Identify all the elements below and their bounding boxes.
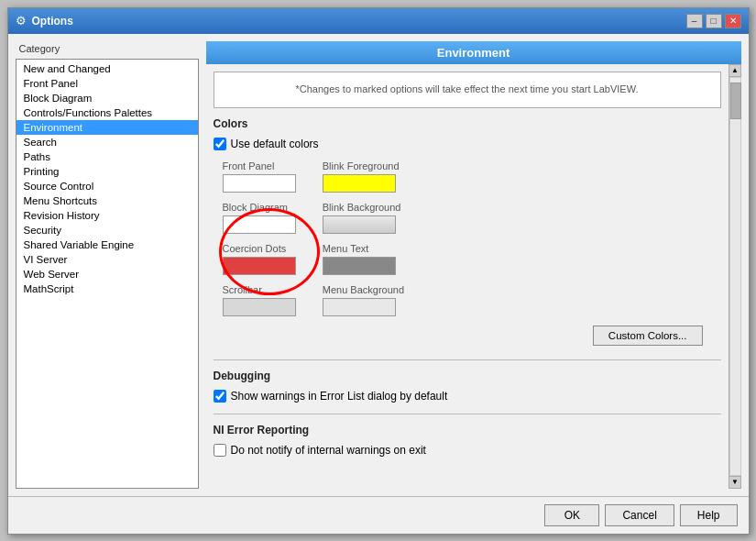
tree-item-search[interactable]: Search: [16, 135, 198, 149]
tree-item-paths[interactable]: Paths: [16, 149, 198, 164]
use-default-colors-row: Use default colors: [214, 138, 721, 150]
front-panel-color-label: Front Panel: [223, 160, 304, 171]
tree-item-controls-palettes[interactable]: Controls/Functions Palettes: [16, 105, 198, 120]
show-warnings-row: Show warnings in Error List dialog by de…: [214, 390, 721, 403]
scrollbar-swatch[interactable]: [223, 298, 296, 316]
right-panel-inner: *Changes to marked options will take eff…: [206, 64, 741, 489]
title-controls: – □ ✕: [686, 14, 741, 28]
colors-divider: [214, 359, 721, 360]
color-blink-foreground: Blink Foreground: [323, 160, 404, 193]
tree-item-vi-server[interactable]: VI Server: [16, 252, 198, 267]
tree-item-revision-history[interactable]: Revision History: [16, 208, 198, 223]
color-menu-text: Menu Text: [323, 243, 404, 275]
scrollbar-thumb[interactable]: [730, 83, 741, 119]
no-notify-label: Do not notify of internal warnings on ex…: [231, 444, 426, 457]
blink-bg-label: Blink Background: [323, 202, 404, 213]
tree-item-printing[interactable]: Printing: [16, 164, 198, 179]
colors-section-title: Colors: [214, 117, 721, 130]
category-tree[interactable]: New and Changed Front Panel Block Diagra…: [16, 59, 199, 489]
color-grid: Front Panel Blink Foreground Block Diagr…: [214, 160, 414, 316]
tree-item-source-control[interactable]: Source Control: [16, 179, 198, 193]
show-warnings-label: Show warnings in Error List dialog by de…: [231, 390, 448, 403]
coercion-dots-swatch[interactable]: [223, 257, 296, 275]
scrollbar-down-button[interactable]: ▼: [729, 476, 741, 489]
front-panel-color-swatch[interactable]: [223, 174, 296, 193]
title-bar-left: ⚙ Options: [16, 14, 73, 28]
error-reporting-title: NI Error Reporting: [214, 424, 721, 436]
window-icon: ⚙: [16, 14, 27, 28]
category-label: Category: [16, 41, 199, 56]
maximize-button[interactable]: □: [706, 14, 722, 28]
scrollbar-track[interactable]: [729, 77, 741, 476]
tree-item-web-server[interactable]: Web Server: [16, 267, 198, 282]
tree-item-menu-shortcuts[interactable]: Menu Shortcuts: [16, 193, 198, 208]
block-diagram-label: Block Diagram: [223, 202, 304, 213]
tree-item-front-panel[interactable]: Front Panel: [16, 76, 198, 91]
debugging-divider: [214, 414, 721, 414]
menu-bg-label: Menu Background: [323, 284, 404, 295]
section-header: Environment: [206, 41, 741, 64]
color-menu-background: Menu Background: [323, 284, 404, 316]
tree-item-mathscript[interactable]: MathScript: [16, 282, 198, 296]
color-blink-background: Blink Background: [323, 202, 404, 234]
use-default-colors-checkbox[interactable]: [214, 138, 226, 150]
block-diagram-swatch[interactable]: [223, 215, 296, 234]
error-reporting-section: NI Error Reporting Do not notify of inte…: [214, 424, 721, 457]
notice-box: *Changes to marked options will take eff…: [214, 72, 721, 108]
blink-bg-swatch[interactable]: [323, 215, 396, 234]
menu-text-swatch[interactable]: [323, 257, 396, 275]
main-content: Category New and Changed Front Panel Blo…: [8, 34, 749, 496]
content-area: *Changes to marked options will take eff…: [206, 64, 729, 489]
custom-colors-button[interactable]: Custom Colors...: [593, 326, 703, 346]
tree-item-new-and-changed[interactable]: New and Changed: [16, 61, 198, 76]
scrollbar-up-button[interactable]: ▲: [729, 64, 741, 77]
close-button[interactable]: ✕: [725, 14, 741, 28]
debugging-section: Debugging Show warnings in Error List di…: [214, 370, 721, 403]
color-scrollbar: Scrollbar: [223, 284, 304, 316]
tree-item-security[interactable]: Security: [16, 223, 198, 237]
tree-item-environment[interactable]: Environment: [16, 120, 198, 135]
blink-fg-label: Blink Foreground: [323, 160, 404, 171]
color-front-panel: Front Panel: [223, 160, 304, 193]
help-button[interactable]: Help: [680, 504, 738, 526]
tree-item-block-diagram[interactable]: Block Diagram: [16, 91, 198, 105]
color-grid-wrapper: Front Panel Blink Foreground Block Diagr…: [214, 160, 414, 316]
color-coercion-dots: Coercion Dots: [223, 243, 304, 275]
cancel-button[interactable]: Cancel: [605, 504, 674, 526]
no-notify-row: Do not notify of internal warnings on ex…: [214, 444, 721, 457]
coercion-dots-label: Coercion Dots: [223, 243, 304, 254]
window-title: Options: [32, 15, 73, 28]
notice-text: *Changes to marked options will take eff…: [222, 83, 713, 94]
scrollbar-label: Scrollbar: [223, 284, 304, 295]
blink-fg-swatch[interactable]: [323, 174, 396, 193]
menu-bg-swatch[interactable]: [323, 298, 396, 316]
bottom-bar: OK Cancel Help: [8, 496, 749, 534]
color-block-diagram: Block Diagram: [223, 202, 304, 234]
minimize-button[interactable]: –: [686, 14, 703, 28]
show-warnings-checkbox[interactable]: [214, 390, 226, 403]
right-panel: Environment *Changes to marked options w…: [206, 41, 741, 489]
tree-item-shared-variable-engine[interactable]: Shared Variable Engine: [16, 237, 198, 252]
left-panel: Category New and Changed Front Panel Blo…: [16, 41, 199, 489]
colors-section: Colors Use default colors: [214, 117, 721, 346]
debugging-title: Debugging: [214, 370, 721, 382]
title-bar: ⚙ Options – □ ✕: [8, 8, 749, 34]
use-default-colors-label: Use default colors: [231, 138, 319, 150]
menu-text-label: Menu Text: [323, 243, 404, 254]
options-window: ⚙ Options – □ ✕ Category New and Changed…: [7, 7, 750, 535]
no-notify-checkbox[interactable]: [214, 444, 226, 457]
right-scrollbar[interactable]: ▲ ▼: [729, 64, 741, 489]
ok-button[interactable]: OK: [544, 504, 599, 526]
